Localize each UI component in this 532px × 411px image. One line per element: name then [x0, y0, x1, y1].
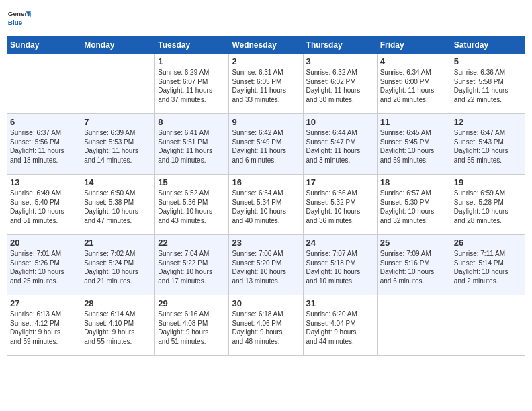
day-detail: Sunrise: 6:56 AM Sunset: 5:32 PM Dayligh… — [306, 189, 374, 225]
calendar-week-row: 13Sunrise: 6:49 AM Sunset: 5:40 PM Dayli… — [7, 175, 525, 235]
day-detail: Sunrise: 6:13 AM Sunset: 4:12 PM Dayligh… — [10, 310, 78, 346]
day-detail: Sunrise: 6:52 AM Sunset: 5:36 PM Dayligh… — [158, 189, 226, 225]
calendar-cell: 24Sunrise: 7:07 AM Sunset: 5:18 PM Dayli… — [303, 235, 377, 295]
day-detail: Sunrise: 6:20 AM Sunset: 4:04 PM Dayligh… — [306, 310, 374, 346]
calendar-cell: 15Sunrise: 6:52 AM Sunset: 5:36 PM Dayli… — [155, 175, 229, 235]
calendar-cell: 22Sunrise: 7:04 AM Sunset: 5:22 PM Dayli… — [155, 235, 229, 295]
calendar-week-row: 1Sunrise: 6:29 AM Sunset: 6:07 PM Daylig… — [7, 54, 525, 114]
day-detail: Sunrise: 6:47 AM Sunset: 5:43 PM Dayligh… — [454, 128, 522, 165]
weekday-header: Sunday — [7, 37, 81, 54]
day-number: 10 — [306, 117, 374, 127]
day-number: 4 — [380, 56, 448, 66]
calendar-cell: 21Sunrise: 7:02 AM Sunset: 5:24 PM Dayli… — [81, 235, 155, 295]
calendar-cell: 12Sunrise: 6:47 AM Sunset: 5:43 PM Dayli… — [451, 114, 525, 175]
calendar-cell — [377, 295, 451, 356]
calendar-cell: 31Sunrise: 6:20 AM Sunset: 4:04 PM Dayli… — [303, 295, 377, 356]
calendar-cell: 20Sunrise: 7:01 AM Sunset: 5:26 PM Dayli… — [7, 235, 81, 295]
calendar-cell: 8Sunrise: 6:41 AM Sunset: 5:51 PM Daylig… — [155, 114, 229, 175]
day-number: 13 — [10, 177, 78, 187]
calendar-cell: 17Sunrise: 6:56 AM Sunset: 5:32 PM Dayli… — [303, 175, 377, 235]
day-detail: Sunrise: 6:18 AM Sunset: 4:06 PM Dayligh… — [232, 310, 300, 346]
day-number: 21 — [84, 238, 152, 248]
day-detail: Sunrise: 6:50 AM Sunset: 5:38 PM Dayligh… — [84, 189, 152, 225]
day-detail: Sunrise: 6:59 AM Sunset: 5:28 PM Dayligh… — [454, 189, 522, 225]
day-detail: Sunrise: 6:16 AM Sunset: 4:08 PM Dayligh… — [158, 310, 226, 346]
weekday-header: Wednesday — [229, 37, 303, 54]
calendar-week-row: 6Sunrise: 6:37 AM Sunset: 5:56 PM Daylig… — [7, 114, 525, 175]
weekday-header: Thursday — [303, 37, 377, 54]
calendar-cell — [451, 295, 525, 356]
day-number: 30 — [232, 298, 300, 308]
day-detail: Sunrise: 6:37 AM Sunset: 5:56 PM Dayligh… — [10, 128, 78, 165]
calendar-cell: 5Sunrise: 6:36 AM Sunset: 5:58 PM Daylig… — [451, 54, 525, 114]
calendar-week-row: 20Sunrise: 7:01 AM Sunset: 5:26 PM Dayli… — [7, 235, 525, 295]
day-number: 16 — [232, 177, 300, 187]
day-detail: Sunrise: 6:45 AM Sunset: 5:45 PM Dayligh… — [380, 128, 448, 165]
day-number: 11 — [380, 117, 448, 127]
calendar-cell: 1Sunrise: 6:29 AM Sunset: 6:07 PM Daylig… — [155, 54, 229, 114]
day-detail: Sunrise: 6:36 AM Sunset: 5:58 PM Dayligh… — [454, 68, 522, 104]
day-number: 14 — [84, 177, 152, 187]
calendar-cell: 30Sunrise: 6:18 AM Sunset: 4:06 PM Dayli… — [229, 295, 303, 356]
day-detail: Sunrise: 7:02 AM Sunset: 5:24 PM Dayligh… — [84, 249, 152, 285]
svg-text:Blue: Blue — [8, 19, 23, 26]
day-number: 18 — [380, 177, 448, 187]
day-detail: Sunrise: 6:49 AM Sunset: 5:40 PM Dayligh… — [10, 189, 78, 225]
calendar-week-row: 27Sunrise: 6:13 AM Sunset: 4:12 PM Dayli… — [7, 295, 525, 356]
day-number: 12 — [454, 117, 522, 127]
day-number: 27 — [10, 298, 78, 308]
day-detail: Sunrise: 6:29 AM Sunset: 6:07 PM Dayligh… — [158, 68, 226, 104]
calendar-cell: 6Sunrise: 6:37 AM Sunset: 5:56 PM Daylig… — [7, 114, 81, 175]
day-detail: Sunrise: 6:32 AM Sunset: 6:02 PM Dayligh… — [306, 68, 374, 104]
logo-icon: General Blue — [7, 7, 31, 31]
calendar-cell: 13Sunrise: 6:49 AM Sunset: 5:40 PM Dayli… — [7, 175, 81, 235]
calendar-cell: 16Sunrise: 6:54 AM Sunset: 5:34 PM Dayli… — [229, 175, 303, 235]
day-detail: Sunrise: 6:44 AM Sunset: 5:47 PM Dayligh… — [306, 128, 374, 165]
calendar-cell: 29Sunrise: 6:16 AM Sunset: 4:08 PM Dayli… — [155, 295, 229, 356]
day-number: 1 — [158, 56, 226, 66]
day-number: 25 — [380, 238, 448, 248]
weekday-header: Saturday — [451, 37, 525, 54]
day-number: 7 — [84, 117, 152, 127]
day-number: 6 — [10, 117, 78, 127]
calendar-cell: 14Sunrise: 6:50 AM Sunset: 5:38 PM Dayli… — [81, 175, 155, 235]
day-detail: Sunrise: 6:42 AM Sunset: 5:49 PM Dayligh… — [232, 128, 300, 165]
day-detail: Sunrise: 6:54 AM Sunset: 5:34 PM Dayligh… — [232, 189, 300, 225]
day-number: 2 — [232, 56, 300, 66]
day-number: 28 — [84, 298, 152, 308]
logo: General Blue — [7, 7, 31, 31]
calendar-cell: 2Sunrise: 6:31 AM Sunset: 6:05 PM Daylig… — [229, 54, 303, 114]
day-detail: Sunrise: 6:31 AM Sunset: 6:05 PM Dayligh… — [232, 68, 300, 104]
day-number: 22 — [158, 238, 226, 248]
page-header: General Blue — [7, 7, 525, 31]
calendar-cell — [81, 54, 155, 114]
calendar-cell: 23Sunrise: 7:06 AM Sunset: 5:20 PM Dayli… — [229, 235, 303, 295]
weekday-header: Monday — [81, 37, 155, 54]
calendar-cell: 25Sunrise: 7:09 AM Sunset: 5:16 PM Dayli… — [377, 235, 451, 295]
day-number: 9 — [232, 117, 300, 127]
day-detail: Sunrise: 7:11 AM Sunset: 5:14 PM Dayligh… — [454, 249, 522, 285]
day-number: 31 — [306, 298, 374, 308]
day-number: 26 — [454, 238, 522, 248]
day-detail: Sunrise: 6:34 AM Sunset: 6:00 PM Dayligh… — [380, 68, 448, 104]
day-number: 19 — [454, 177, 522, 187]
calendar-cell: 18Sunrise: 6:57 AM Sunset: 5:30 PM Dayli… — [377, 175, 451, 235]
day-number: 3 — [306, 56, 374, 66]
calendar-cell: 26Sunrise: 7:11 AM Sunset: 5:14 PM Dayli… — [451, 235, 525, 295]
calendar-cell: 10Sunrise: 6:44 AM Sunset: 5:47 PM Dayli… — [303, 114, 377, 175]
day-number: 23 — [232, 238, 300, 248]
day-number: 17 — [306, 177, 374, 187]
day-detail: Sunrise: 7:01 AM Sunset: 5:26 PM Dayligh… — [10, 249, 78, 285]
weekday-header-row: SundayMondayTuesdayWednesdayThursdayFrid… — [7, 37, 525, 54]
day-detail: Sunrise: 7:09 AM Sunset: 5:16 PM Dayligh… — [380, 249, 448, 285]
day-detail: Sunrise: 6:41 AM Sunset: 5:51 PM Dayligh… — [158, 128, 226, 165]
day-number: 8 — [158, 117, 226, 127]
calendar-cell: 7Sunrise: 6:39 AM Sunset: 5:53 PM Daylig… — [81, 114, 155, 175]
day-number: 20 — [10, 238, 78, 248]
day-detail: Sunrise: 6:57 AM Sunset: 5:30 PM Dayligh… — [380, 189, 448, 225]
day-detail: Sunrise: 6:39 AM Sunset: 5:53 PM Dayligh… — [84, 128, 152, 165]
day-number: 15 — [158, 177, 226, 187]
calendar-cell: 27Sunrise: 6:13 AM Sunset: 4:12 PM Dayli… — [7, 295, 81, 356]
calendar-cell: 9Sunrise: 6:42 AM Sunset: 5:49 PM Daylig… — [229, 114, 303, 175]
calendar-cell: 19Sunrise: 6:59 AM Sunset: 5:28 PM Dayli… — [451, 175, 525, 235]
